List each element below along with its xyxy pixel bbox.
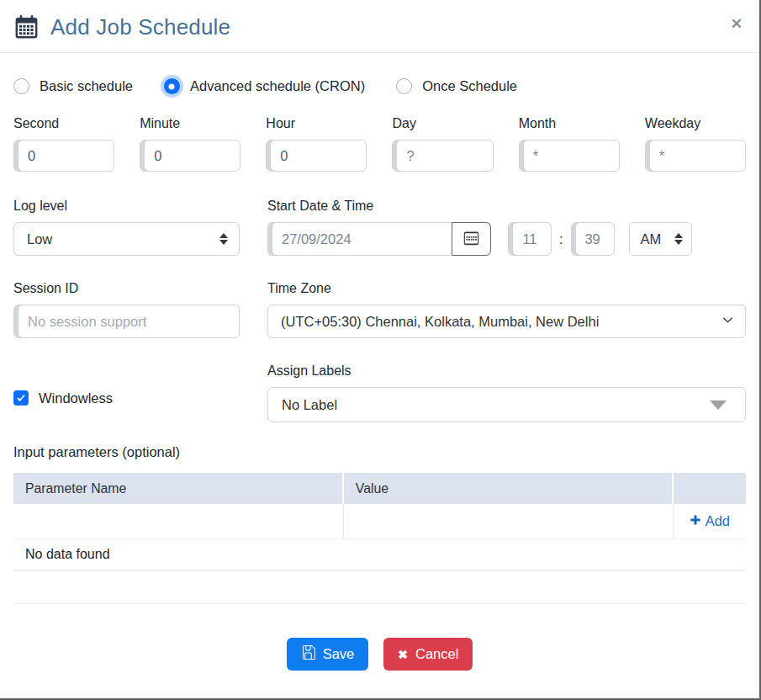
column-header-actions [674, 473, 746, 504]
month-label: Month [519, 116, 620, 131]
windowless-label: Windowless [39, 390, 113, 406]
windowless-labels-row: Windowless Assign Labels No Label [13, 363, 746, 422]
cron-field-day: Day [392, 116, 493, 172]
cron-field-month: Month [519, 116, 620, 172]
open-calendar-button[interactable] [452, 222, 491, 256]
cancel-button[interactable]: ✖ Cancel [383, 638, 473, 671]
weekday-label: Weekday [645, 116, 746, 131]
column-header-value: Value [344, 473, 674, 504]
timezone-field: Time Zone (UTC+05:30) Chennai, Kolkata, … [267, 281, 746, 338]
cron-field-minute: Minute [140, 116, 240, 172]
assign-labels-value: No Label [282, 397, 337, 413]
cron-field-hour: Hour [266, 116, 367, 172]
parameter-add-cell: Add [674, 504, 746, 539]
day-input[interactable] [392, 140, 493, 172]
start-minute-input[interactable] [571, 222, 615, 256]
no-data-row: No data found [13, 539, 746, 571]
meridiem-value: AM [641, 231, 662, 247]
day-label: Day [392, 116, 493, 131]
hour-label: Hour [266, 116, 367, 131]
parameters-table-header: Parameter Name Value [13, 473, 746, 504]
start-date-input[interactable] [267, 222, 452, 256]
log-level-value: Low [27, 231, 52, 247]
select-updown-icon [674, 233, 683, 245]
cron-field-second: Second [13, 116, 114, 172]
weekday-input[interactable] [645, 140, 746, 172]
parameter-name-cell [13, 504, 344, 539]
meridiem-select[interactable]: AM [629, 222, 692, 256]
log-level-select[interactable]: Low [13, 222, 240, 256]
calendar-icon [13, 14, 40, 40]
timezone-select[interactable]: (UTC+05:30) Chennai, Kolkata, Mumbai, Ne… [267, 305, 746, 338]
radio-label: Basic schedule [40, 78, 133, 94]
add-parameter-button[interactable]: Add [690, 513, 730, 529]
assign-labels-field: Assign Labels No Label [267, 363, 746, 422]
loglevel-startdate-row: Log level Low Start Date & Time [13, 199, 746, 256]
start-hour-input[interactable] [508, 222, 552, 256]
parameter-value-cell [344, 504, 674, 539]
start-datetime-label: Start Date & Time [267, 199, 746, 214]
cron-field-weekday: Weekday [645, 116, 746, 172]
radio-checked-icon[interactable] [164, 78, 180, 94]
input-parameters-title: Input parameters (optional) [13, 444, 746, 460]
cancel-button-label: Cancel [415, 646, 458, 662]
chevron-down-icon [721, 314, 734, 330]
timezone-label: Time Zone [267, 281, 746, 296]
cancel-x-icon: ✖ [398, 649, 408, 660]
dialog-header: Add Job Schedule ✕ [0, 0, 759, 53]
log-level-field: Log level Low [13, 199, 240, 256]
second-label: Second [13, 116, 114, 131]
radio-label: Advanced schedule (CRON) [190, 78, 365, 94]
footer-divider [13, 603, 746, 604]
minute-label: Minute [140, 116, 240, 131]
add-job-schedule-dialog: Add Job Schedule ✕ Basic schedule Advanc… [0, 0, 761, 700]
time-separator: : [559, 231, 563, 247]
date-picker-group [267, 222, 491, 256]
add-button-label: Add [706, 513, 730, 529]
windowless-checkbox-row[interactable]: Windowless [13, 374, 240, 422]
month-input[interactable] [519, 140, 620, 172]
radio-once-schedule[interactable]: Once Schedule [396, 78, 517, 94]
dialog-footer: Save ✖ Cancel [13, 638, 746, 671]
radio-basic-schedule[interactable]: Basic schedule [13, 78, 133, 94]
minute-input[interactable] [140, 140, 240, 172]
save-button[interactable]: Save [287, 638, 369, 671]
hour-input[interactable] [266, 140, 367, 172]
cron-fields-row: Second Minute Hour Day Month Weekday [13, 116, 746, 172]
parameter-name-input[interactable] [20, 514, 336, 529]
radio-unchecked-icon[interactable] [396, 78, 412, 94]
save-floppy-icon [301, 645, 315, 663]
start-datetime-field: Start Date & Time [267, 199, 746, 256]
schedule-type-group: Basic schedule Advanced schedule (CRON) … [13, 78, 746, 94]
radio-advanced-schedule-cron[interactable]: Advanced schedule (CRON) [164, 78, 365, 94]
radio-label: Once Schedule [422, 78, 517, 94]
close-icon[interactable]: ✕ [731, 17, 743, 31]
parameters-table: Parameter Name Value Add [13, 473, 746, 571]
log-level-label: Log level [13, 199, 240, 214]
radio-unchecked-icon[interactable] [13, 78, 29, 94]
datetime-group: : AM [267, 222, 746, 256]
parameter-value-input[interactable] [351, 514, 666, 529]
assign-labels-dropdown[interactable]: No Label [267, 387, 746, 422]
parameter-entry-row: Add [13, 504, 746, 539]
column-header-parameter-name: Parameter Name [13, 473, 344, 504]
session-timezone-row: Session ID Time Zone (UTC+05:30) Chennai… [13, 281, 746, 338]
dialog-title: Add Job Schedule [50, 14, 230, 40]
select-updown-icon [219, 233, 228, 245]
second-input[interactable] [13, 140, 114, 172]
session-id-input[interactable] [13, 305, 240, 338]
save-button-label: Save [323, 646, 355, 662]
checkbox-checked-icon[interactable] [13, 390, 29, 406]
dropdown-triangle-icon [710, 400, 727, 410]
plus-icon [690, 513, 701, 529]
session-id-label: Session ID [13, 281, 240, 296]
timezone-value: (UTC+05:30) Chennai, Kolkata, Mumbai, Ne… [281, 314, 599, 330]
session-id-field: Session ID [13, 281, 240, 338]
assign-labels-label: Assign Labels [267, 363, 746, 379]
calendar-grid-icon [462, 229, 480, 249]
